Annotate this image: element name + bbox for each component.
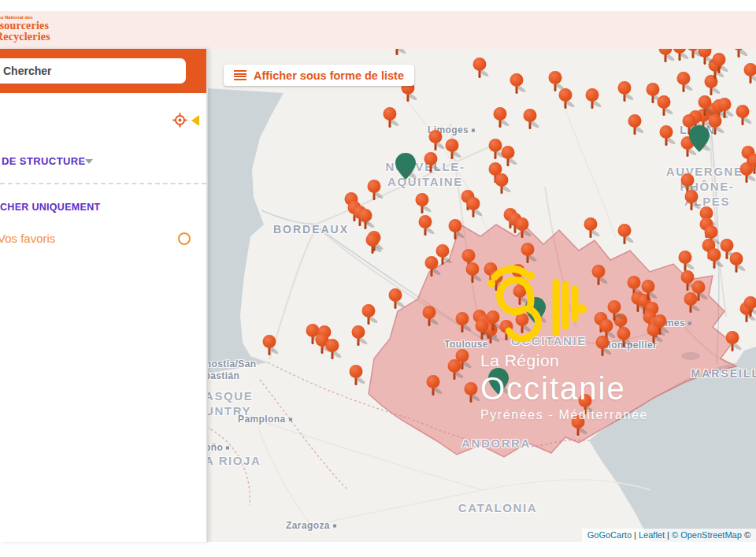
orange-map-marker[interactable] (513, 284, 527, 306)
orange-map-marker[interactable] (516, 217, 529, 239)
orange-map-marker[interactable] (559, 88, 573, 110)
orange-map-marker[interactable] (389, 288, 402, 310)
orange-map-marker[interactable] (427, 375, 440, 396)
orange-map-marker[interactable] (596, 336, 610, 357)
orange-map-marker[interactable] (654, 314, 667, 336)
green-map-marker[interactable] (488, 368, 509, 395)
green-map-marker[interactable] (525, 297, 546, 324)
leaflet-link[interactable]: Leaflet (639, 530, 665, 540)
search-input[interactable] (0, 58, 186, 84)
orange-map-marker[interactable] (487, 310, 500, 332)
orange-map-marker[interactable] (419, 215, 432, 236)
orange-map-marker[interactable] (494, 107, 507, 128)
orange-map-marker[interactable] (359, 209, 372, 230)
orange-map-marker[interactable] (456, 312, 469, 333)
openstreetmap-link[interactable]: © OpenStreetMap (672, 530, 742, 540)
orange-map-marker[interactable] (521, 243, 535, 264)
orange-map-marker[interactable] (495, 173, 509, 195)
orange-map-marker[interactable] (368, 180, 381, 201)
orange-map-marker[interactable] (586, 88, 599, 110)
orange-map-marker[interactable] (366, 233, 380, 254)
marker-head (456, 312, 469, 325)
attrib-separator-1: | (634, 530, 636, 540)
orange-map-marker[interactable] (618, 224, 632, 245)
orange-map-marker[interactable] (572, 415, 585, 436)
structure-type-filter[interactable]: DE STRUCTURE (2, 155, 86, 167)
map-label-marseille: MARSEILLE (691, 367, 756, 381)
orange-map-marker[interactable] (726, 331, 739, 352)
show-as-list-button[interactable]: Afficher sous forme de liste (224, 65, 414, 86)
orange-map-marker[interactable] (473, 58, 487, 79)
marker-head (495, 173, 509, 187)
orange-map-marker[interactable] (436, 244, 450, 266)
orange-map-marker[interactable] (744, 296, 756, 317)
orange-map-marker[interactable] (449, 219, 462, 240)
orange-map-marker[interactable] (730, 252, 743, 273)
orange-map-marker[interactable] (446, 139, 459, 160)
green-map-marker[interactable] (395, 153, 416, 180)
marker-head (389, 288, 402, 302)
orange-map-marker[interactable] (466, 262, 480, 284)
orange-map-marker[interactable] (660, 125, 673, 147)
orange-map-marker[interactable] (465, 382, 478, 403)
orange-map-marker[interactable] (617, 327, 631, 348)
geolocate-icon[interactable] (172, 113, 187, 128)
orange-map-marker[interactable] (429, 130, 443, 151)
chevron-down-icon[interactable] (85, 159, 93, 164)
orange-map-marker[interactable] (692, 280, 706, 302)
orange-map-marker[interactable] (642, 280, 655, 301)
orange-map-marker[interactable] (512, 264, 525, 285)
gogocarto-link[interactable]: GoGoCarto (587, 530, 632, 540)
orange-map-marker[interactable] (524, 109, 537, 130)
orange-map-marker[interactable] (424, 152, 438, 173)
marker-head (699, 49, 712, 58)
orange-map-marker[interactable] (490, 270, 503, 291)
orange-map-marker[interactable] (423, 306, 436, 327)
orange-map-marker[interactable] (708, 248, 721, 269)
orange-map-marker[interactable] (628, 114, 642, 136)
orange-map-marker[interactable] (263, 335, 276, 356)
orange-map-marker[interactable] (608, 300, 621, 321)
favorites-radio[interactable] (178, 232, 191, 245)
marker-head (628, 276, 641, 289)
orange-map-marker[interactable] (350, 365, 363, 386)
orange-map-marker[interactable] (748, 154, 756, 175)
orange-map-marker[interactable] (502, 146, 515, 167)
orange-map-marker[interactable] (500, 320, 513, 341)
orange-map-marker[interactable] (659, 49, 673, 63)
collapse-sidebar-icon[interactable] (191, 115, 199, 126)
orange-map-marker[interactable] (679, 251, 692, 272)
orange-map-marker[interactable] (362, 304, 376, 325)
marker-head (596, 336, 610, 349)
orange-map-marker[interactable] (467, 197, 480, 218)
orange-map-marker[interactable] (677, 72, 691, 93)
marker-head (618, 224, 632, 237)
orange-map-marker[interactable] (673, 49, 687, 61)
orange-map-marker[interactable] (384, 107, 397, 128)
orange-map-marker[interactable] (699, 49, 712, 65)
map[interactable]: LimogesNOUVELLE- AQUITAINELYONAUVERGNE- … (206, 49, 756, 542)
map-label-bordeaux: BORDEAUX (273, 223, 349, 237)
orange-map-marker[interactable] (713, 53, 726, 74)
orange-map-marker[interactable] (579, 394, 592, 415)
orange-map-marker[interactable] (352, 325, 365, 347)
orange-map-marker[interactable] (736, 105, 750, 126)
orange-map-marker[interactable] (658, 95, 671, 117)
orange-map-marker[interactable] (584, 217, 598, 239)
orange-map-marker[interactable] (618, 81, 632, 102)
orange-map-marker[interactable] (326, 339, 339, 360)
orange-map-marker[interactable] (489, 139, 502, 160)
orange-map-marker[interactable] (685, 190, 699, 211)
marker-head (744, 63, 756, 76)
green-map-marker[interactable] (689, 125, 710, 152)
orange-map-marker[interactable] (448, 359, 461, 381)
favorites-filter-row[interactable]: Vos favoris (0, 230, 206, 247)
orange-map-marker[interactable] (744, 63, 756, 84)
orange-map-marker[interactable] (510, 73, 524, 95)
orange-map-marker[interactable] (718, 98, 732, 119)
orange-map-marker[interactable] (416, 193, 429, 214)
orange-map-marker[interactable] (732, 49, 746, 58)
orange-map-marker[interactable] (391, 49, 404, 56)
ressourceries-recycleries-logo[interactable]: eau National des ssourceries Recycleries (0, 15, 50, 43)
orange-map-marker[interactable] (592, 265, 606, 286)
